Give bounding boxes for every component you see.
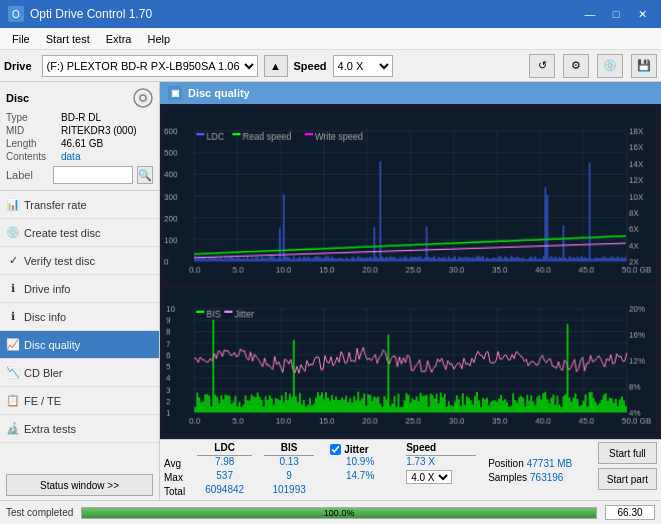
drive-label: Drive <box>4 60 32 72</box>
speed-avg-value: 1.73 X <box>406 456 476 470</box>
menu-bar: File Start test Extra Help <box>0 28 661 50</box>
title-bar: O Opti Drive Control 1.70 — □ ✕ <box>0 0 661 28</box>
ldc-max: 537 <box>197 470 252 484</box>
ldc-total: 6094842 <box>197 484 252 498</box>
ldc-avg: 7.98 <box>197 456 252 470</box>
chart-top <box>164 108 657 284</box>
create-disc-icon: 💿 <box>6 226 20 240</box>
speed-display: 66.30 <box>605 505 655 520</box>
save-icon[interactable]: 💾 <box>631 54 657 78</box>
contents-label: Contents <box>6 151 61 162</box>
disc-info-icon: ℹ <box>6 310 20 324</box>
charts-container <box>160 104 661 439</box>
speed-stat-header: Speed <box>406 442 476 456</box>
jitter-max: 14.7% <box>330 470 390 484</box>
type-label: Type <box>6 112 61 123</box>
position-value: 47731 MB <box>527 458 573 469</box>
start-part-button[interactable]: Start part <box>598 468 657 490</box>
progress-bar-container: 100.0% <box>81 507 597 519</box>
chart-bottom <box>164 288 657 435</box>
main-layout: Disc Type BD-R DL MID RITEKDR3 (000) Len… <box>0 82 661 500</box>
svg-point-0 <box>134 89 152 107</box>
stats-bar: Avg Max Total LDC 7.98 537 6094842 BIS 0… <box>160 439 661 500</box>
sidebar-item-disc-info[interactable]: ℹ Disc info <box>0 303 159 331</box>
label-label: Label <box>6 169 49 181</box>
label-search-button[interactable]: 🔍 <box>137 166 153 184</box>
svg-point-1 <box>140 95 146 101</box>
menu-extra[interactable]: Extra <box>98 28 140 49</box>
eject-button[interactable]: ▲ <box>264 55 288 77</box>
minimize-button[interactable]: — <box>579 5 601 23</box>
jitter-blank <box>330 484 390 498</box>
speed-current-select[interactable]: 4.0 X <box>406 470 452 484</box>
menu-file[interactable]: File <box>4 28 38 49</box>
settings-icon[interactable]: ⚙ <box>563 54 589 78</box>
verify-disc-icon: ✓ <box>6 254 20 268</box>
content-area: ▣ Disc quality Avg Max Total LDC <box>160 82 661 500</box>
disc-panel: Disc Type BD-R DL MID RITEKDR3 (000) Len… <box>0 82 159 191</box>
status-text: Test completed <box>6 507 73 518</box>
start-full-button[interactable]: Start full <box>598 442 657 464</box>
progress-label: 100.0% <box>82 508 596 518</box>
speed-select[interactable]: 4.0 X <box>333 55 393 77</box>
menu-start-test[interactable]: Start test <box>38 28 98 49</box>
bis-avg: 0.13 <box>264 456 314 470</box>
contents-value: data <box>61 151 80 162</box>
drive-bar: Drive (F:) PLEXTOR BD-R PX-LB950SA 1.06 … <box>0 50 661 82</box>
max-label: Max <box>164 470 185 484</box>
drive-select[interactable]: (F:) PLEXTOR BD-R PX-LB950SA 1.06 <box>42 55 258 77</box>
sidebar-item-verify-test-disc[interactable]: ✓ Verify test disc <box>0 247 159 275</box>
panel-title: Disc quality <box>188 87 250 99</box>
app-title: Opti Drive Control 1.70 <box>30 7 152 21</box>
jitter-header: Jitter <box>344 444 368 455</box>
sidebar-item-extra-tests[interactable]: 🔬 Extra tests <box>0 415 159 443</box>
avg-label: Avg <box>164 456 185 470</box>
bis-total: 101993 <box>264 484 314 498</box>
ldc-header: LDC <box>197 442 252 456</box>
total-label: Total <box>164 484 185 498</box>
refresh-icon[interactable]: ↺ <box>529 54 555 78</box>
sidebar: Disc Type BD-R DL MID RITEKDR3 (000) Len… <box>0 82 160 500</box>
jitter-checkbox[interactable] <box>330 444 341 455</box>
sidebar-item-create-test-disc[interactable]: 💿 Create test disc <box>0 219 159 247</box>
jitter-avg: 10.9% <box>330 456 390 470</box>
bis-header: BIS <box>264 442 314 456</box>
disc-title: Disc <box>6 92 29 104</box>
sidebar-item-disc-quality[interactable]: 📈 Disc quality <box>0 331 159 359</box>
sidebar-item-drive-info[interactable]: ℹ Drive info <box>0 275 159 303</box>
samples-label: Samples <box>488 472 527 483</box>
mid-label: MID <box>6 125 61 136</box>
samples-value: 763196 <box>530 472 563 483</box>
status-bar: Test completed 100.0% 66.30 <box>0 500 661 524</box>
bis-max: 9 <box>264 470 314 484</box>
menu-help[interactable]: Help <box>139 28 178 49</box>
maximize-button[interactable]: □ <box>605 5 627 23</box>
type-value: BD-R DL <box>61 112 101 123</box>
close-button[interactable]: ✕ <box>631 5 653 23</box>
mid-value: RITEKDR3 (000) <box>61 125 137 136</box>
speed-label: Speed <box>294 60 327 72</box>
panel-header: ▣ Disc quality <box>160 82 661 104</box>
position-label: Position <box>488 458 524 469</box>
action-buttons: Start full Start part <box>598 442 657 490</box>
status-window-button[interactable]: Status window >> <box>6 474 153 496</box>
extra-tests-icon: 🔬 <box>6 422 20 436</box>
sidebar-item-fe-te[interactable]: 📋 FE / TE <box>0 387 159 415</box>
media-icon[interactable]: 💿 <box>597 54 623 78</box>
fe-te-icon: 📋 <box>6 394 20 408</box>
label-input[interactable] <box>53 166 133 184</box>
sidebar-item-cd-bler[interactable]: 📉 CD Bler <box>0 359 159 387</box>
length-label: Length <box>6 138 61 149</box>
panel-icon: ▣ <box>168 86 182 100</box>
drive-info-icon: ℹ <box>6 282 20 296</box>
sidebar-item-transfer-rate[interactable]: 📊 Transfer rate <box>0 191 159 219</box>
app-icon: O <box>8 6 24 22</box>
transfer-rate-icon: 📊 <box>6 198 20 212</box>
disc-quality-icon: 📈 <box>6 338 20 352</box>
length-value: 46.61 GB <box>61 138 103 149</box>
cd-bler-icon: 📉 <box>6 366 20 380</box>
disc-image-icon <box>133 88 153 108</box>
